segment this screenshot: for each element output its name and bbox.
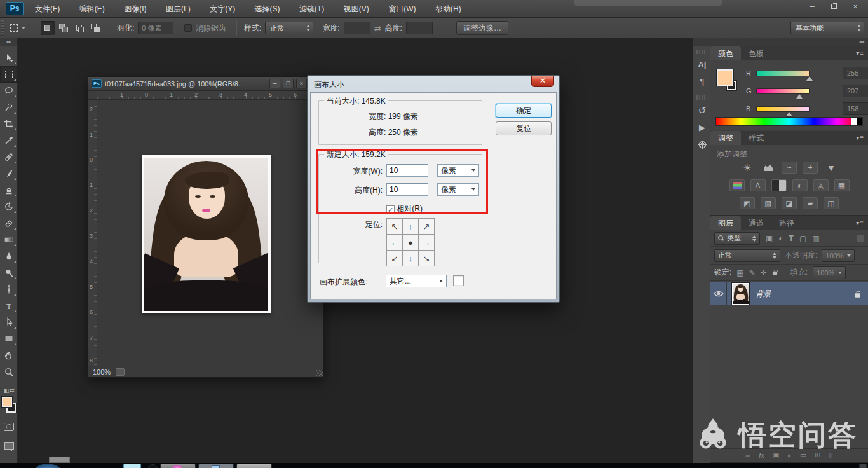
blue-value[interactable]: 158 — [843, 102, 868, 115]
filter-toggle[interactable] — [857, 235, 864, 242]
tab-swatches[interactable]: 色板 — [741, 46, 771, 60]
posterize-icon[interactable]: ▨ — [761, 197, 776, 209]
filter-shape-layers-icon[interactable]: ▢ — [799, 234, 806, 243]
menu-window[interactable]: 窗口(W) — [380, 0, 424, 18]
menu-image[interactable]: 图像(I) — [116, 0, 154, 18]
tab-paths[interactable]: 路径 — [771, 216, 802, 230]
clone-source-panel-icon[interactable] — [693, 136, 711, 153]
taskbar-item-3[interactable] — [198, 464, 234, 468]
invert-icon[interactable]: ◩ — [740, 197, 755, 209]
tab-layers[interactable]: 图层 — [710, 216, 741, 230]
anchor-top-right[interactable]: ↗ — [419, 219, 434, 234]
eyedropper-tool[interactable] — [0, 132, 18, 149]
status-info-icon[interactable] — [116, 368, 125, 376]
character-panel-icon[interactable]: A| — [693, 56, 711, 73]
anchor-bottom-right[interactable]: ↘ — [419, 251, 434, 266]
resize-grip[interactable] — [316, 370, 323, 376]
show-desktop-button[interactable] — [859, 464, 867, 468]
taskbar-item-4[interactable] — [236, 464, 272, 468]
panel-menu-icon[interactable]: ▾≡ — [852, 216, 868, 230]
anchor-top[interactable]: ↑ — [403, 219, 418, 234]
fill-input[interactable]: 100% — [813, 266, 846, 279]
minimize-button[interactable]: ─ — [802, 1, 822, 12]
anti-alias-checkbox[interactable] — [184, 24, 192, 32]
anchor-center[interactable]: ● — [403, 235, 418, 250]
close-button[interactable]: × — [845, 1, 865, 12]
hue-saturation-icon[interactable] — [729, 179, 745, 191]
panel-foreground-swatch[interactable] — [717, 69, 733, 86]
tab-adjustments[interactable]: 调整 — [710, 131, 741, 145]
swap-dimensions-icon[interactable]: ⇄ — [374, 24, 381, 33]
relative-checkbox[interactable]: ✓ — [386, 205, 395, 214]
zoom-tool[interactable] — [0, 364, 18, 380]
document-minimize-button[interactable]: ─ — [269, 79, 280, 88]
photo-filter-icon[interactable]: ◐ — [792, 179, 808, 191]
restore-button[interactable] — [824, 1, 844, 12]
exposure-icon[interactable]: ± — [803, 162, 818, 174]
vibrance-icon[interactable]: ▼ — [824, 162, 839, 174]
spot-healing-brush-tool[interactable] — [0, 149, 18, 165]
filter-type-layers-icon[interactable]: T — [789, 234, 794, 243]
dialog-close-button[interactable]: ✕ — [531, 76, 554, 87]
style-select[interactable]: 正常 — [265, 22, 313, 34]
blend-mode-select[interactable]: 正常 — [714, 249, 780, 262]
rectangle-tool[interactable] — [0, 331, 18, 347]
dodge-tool[interactable] — [0, 265, 18, 281]
new-width-input[interactable] — [386, 164, 428, 177]
selection-new-button[interactable] — [41, 21, 55, 35]
channel-mixer-icon[interactable]: ◬ — [813, 179, 829, 191]
lock-pixels-icon[interactable]: ✎ — [749, 268, 756, 277]
menu-layer[interactable]: 图层(L) — [158, 0, 199, 18]
layer-thumbnail[interactable] — [732, 283, 749, 305]
actions-panel-icon[interactable]: ▶ — [693, 119, 711, 136]
clone-stamp-tool[interactable] — [0, 182, 18, 198]
selection-intersect-button[interactable] — [88, 21, 102, 35]
green-value[interactable]: 207 — [843, 85, 868, 97]
tab-channels[interactable]: 通道 — [741, 216, 771, 230]
gradient-map-icon[interactable]: ▰ — [803, 197, 818, 209]
lock-position-icon[interactable]: ✛ — [761, 268, 767, 277]
menu-filter[interactable]: 滤镜(T) — [291, 0, 332, 18]
reset-button[interactable]: 复位 — [496, 121, 552, 135]
new-width-unit-select[interactable]: 像素 — [437, 164, 479, 177]
color-spectrum-ramp[interactable] — [715, 117, 863, 126]
green-slider[interactable] — [756, 88, 810, 94]
anchor-bottom-left[interactable]: ↙ — [387, 251, 402, 266]
tool-preset-marquee-icon[interactable] — [10, 24, 18, 32]
menu-help[interactable]: 帮助(H) — [427, 0, 470, 18]
filter-adjustment-layers-icon[interactable]: ◐ — [778, 234, 783, 243]
quick-selection-tool[interactable] — [0, 99, 18, 116]
panel-menu-icon[interactable]: ▾≡ — [852, 131, 868, 145]
anchor-right[interactable]: → — [419, 235, 434, 250]
feather-input[interactable]: 0 像素 — [138, 22, 173, 34]
lock-transparency-icon[interactable]: ▦ — [736, 268, 743, 277]
extension-color-swatch[interactable] — [453, 275, 464, 286]
levels-icon[interactable] — [761, 162, 776, 174]
brightness-contrast-icon[interactable]: ☀ — [740, 162, 755, 174]
pen-tool[interactable] — [0, 281, 18, 298]
crop-tool[interactable] — [0, 116, 18, 132]
swap-colors-icon[interactable]: ◧ ⇄ — [0, 387, 18, 396]
move-tool[interactable] — [0, 50, 18, 66]
menu-select[interactable]: 选择(S) — [247, 0, 288, 18]
new-height-input[interactable] — [386, 183, 428, 196]
lock-all-icon[interactable] — [773, 272, 777, 275]
green-slider-thumb[interactable] — [796, 94, 803, 99]
blue-slider[interactable] — [756, 106, 810, 112]
layer-filter-select[interactable]: 类型 — [714, 232, 760, 245]
paragraph-panel-icon[interactable]: ¶ — [693, 73, 711, 90]
anchor-left[interactable]: ← — [387, 235, 402, 250]
eraser-tool[interactable] — [0, 215, 18, 231]
refine-edge-button[interactable]: 调整边缘… — [456, 21, 508, 35]
layer-name[interactable]: 背景 — [756, 289, 771, 299]
document-maximize-button[interactable]: □ — [283, 79, 294, 88]
rectangular-marquee-tool[interactable] — [0, 66, 18, 83]
screen-mode-button[interactable] — [0, 437, 18, 454]
foreground-color-swatch[interactable] — [2, 397, 12, 407]
anchor-top-left[interactable]: ↖ — [387, 219, 402, 234]
workspace-select[interactable]: 基本功能 — [790, 22, 864, 34]
blur-tool[interactable] — [0, 248, 18, 265]
selection-subtract-button[interactable] — [72, 21, 86, 35]
menu-file[interactable]: 文件(F) — [27, 0, 68, 18]
tool-preset-dropdown-icon[interactable] — [22, 27, 25, 29]
